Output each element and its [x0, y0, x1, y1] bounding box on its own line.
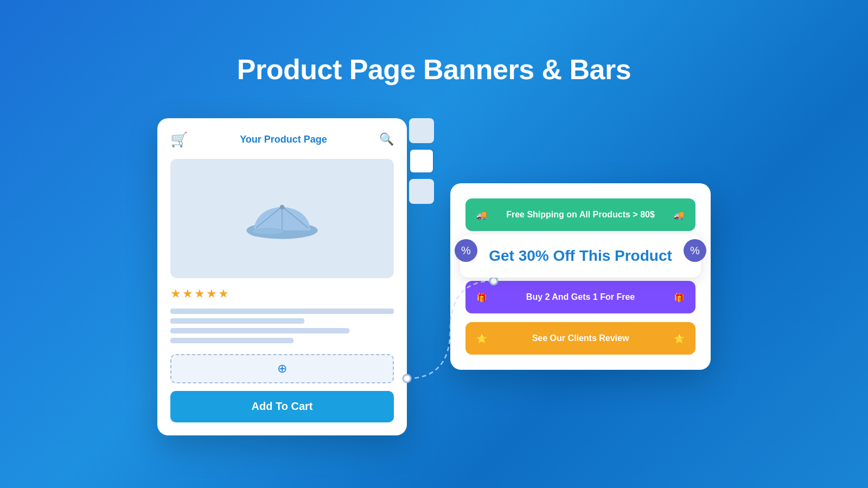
clients-review-text: See Our Clients Review: [532, 333, 629, 343]
plus-icon: ⊕: [277, 362, 287, 376]
gift-icon-right: 🎁: [674, 292, 685, 303]
add-banner-button[interactable]: ⊕: [170, 354, 394, 383]
product-image: [170, 159, 394, 278]
thumbnail-2[interactable]: [409, 149, 434, 174]
thumbnail-1[interactable]: [409, 118, 434, 143]
svg-point-3: [253, 228, 283, 234]
hat-illustration: [244, 189, 320, 248]
search-icon: 🔍: [379, 132, 394, 146]
shipping-text: Free Shipping on All Products > 80$: [506, 210, 655, 220]
banner-free-shipping[interactable]: 🚚 Free Shipping on All Products > 80$ 🚚: [465, 198, 695, 231]
text-line-1: [170, 309, 394, 314]
gift-icon-left: 🎁: [476, 292, 487, 303]
discount-icon-right: %: [684, 239, 706, 262]
discount-icon-left: %: [455, 239, 477, 262]
text-line-2: [170, 318, 304, 324]
svg-point-1: [280, 204, 285, 209]
banner-buy-2-get-1[interactable]: 🎁 Buy 2 And Gets 1 For Free 🎁: [465, 281, 695, 313]
shipping-icon-left: 🚚: [476, 210, 487, 220]
product-card-header: 🛒 Your Product Page 🔍: [170, 131, 394, 148]
page-title: Product Page Banners & Bars: [237, 53, 631, 86]
buy-2-get-1-text: Buy 2 And Gets 1 For Free: [526, 292, 635, 302]
product-description-lines: [170, 309, 394, 343]
product-page-title: Your Product Page: [240, 134, 327, 145]
thumbnail-column: [409, 118, 434, 204]
discount-text: Get 30% Off This Product: [489, 247, 672, 265]
cart-icon: 🛒: [170, 131, 188, 148]
banner-clients-review[interactable]: ⭐ See Our Clients Review ⭐: [465, 322, 695, 355]
add-to-cart-button[interactable]: Add To Cart: [170, 391, 394, 422]
main-content: 🛒 Your Product Page 🔍: [157, 118, 711, 435]
product-stars: ★★★★★: [170, 287, 394, 301]
banner-discount[interactable]: % Get 30% Off This Product %: [460, 234, 701, 278]
banners-panel: 🚚 Free Shipping on All Products > 80$ 🚚 …: [450, 183, 711, 370]
text-line-3: [170, 328, 349, 333]
product-card: 🛒 Your Product Page 🔍: [157, 118, 407, 435]
text-line-4: [170, 338, 293, 343]
shipping-icon-right: 🚚: [674, 210, 685, 220]
star-icon-left: ⭐: [476, 333, 487, 344]
thumbnail-3[interactable]: [409, 179, 434, 204]
star-icon-right: ⭐: [674, 333, 685, 344]
